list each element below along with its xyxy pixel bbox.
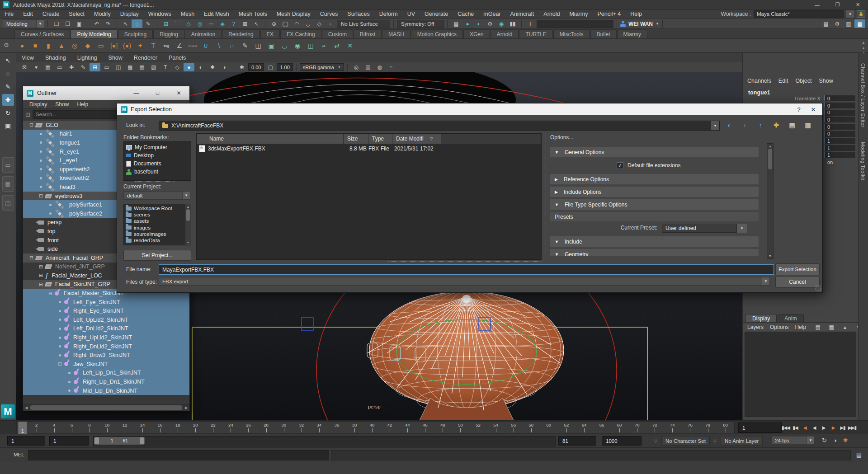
resize-grip[interactable] (815, 285, 821, 291)
field-chart-icon[interactable]: ▦ (137, 63, 147, 71)
file-row[interactable]: 3dsMaxExportFBX.FBX8.8 MBFBX File2021/5/… (197, 144, 541, 153)
maximize-button[interactable]: ❐ (827, 0, 848, 9)
up-one-level-icon[interactable]: ↑ (755, 120, 766, 130)
panel-menu-show[interactable]: Show (108, 55, 123, 61)
xray-joints-icon[interactable]: ◍ (374, 63, 385, 71)
layer-menu-layers[interactable]: Layers (747, 324, 764, 330)
channel-menu-object[interactable]: Object (795, 78, 811, 84)
project-folder-scenes[interactable]: scenes (124, 211, 191, 218)
outliner-row[interactable]: Mid_Lip_Dn_SkinJNT (23, 386, 189, 395)
menu-uv[interactable]: UV (407, 11, 415, 17)
dialog-close-button[interactable]: ✕ (806, 103, 821, 115)
section-reference-options[interactable]: ▶ Reference Options (550, 174, 759, 184)
pause-viewport-icon[interactable]: ▮▮ (507, 19, 518, 28)
cancel-button[interactable]: Cancel (775, 276, 820, 288)
outliner-row[interactable]: Right_DnLid2_SkinJNT (23, 342, 189, 351)
menu-edit-mesh[interactable]: Edit Mesh (204, 11, 229, 17)
shelf-tab-rigging[interactable]: Rigging (153, 29, 184, 38)
dialog-titlebar[interactable]: M Export Selection ? ✕ (117, 103, 822, 115)
polygon-sphere-icon[interactable]: ● (16, 40, 28, 52)
menu-mgear[interactable]: mGear (483, 11, 500, 17)
outliner-row[interactable]: Left_Eye_SkinJNT (23, 298, 189, 307)
film-gate-icon[interactable]: ▭ (101, 63, 112, 71)
type-tool-icon[interactable]: T (147, 40, 159, 52)
playback-options-icon[interactable]: ◑ (833, 437, 837, 444)
menu-modify[interactable]: Modify (94, 11, 111, 17)
measure-tool-icon[interactable]: ∠ (174, 40, 185, 52)
workspace-value[interactable]: Maya Classic* (754, 10, 844, 18)
menu-display[interactable]: Display (120, 11, 139, 17)
menu-select[interactable]: Select (69, 11, 85, 17)
sculpt-tool-icon[interactable]: ✦ (134, 40, 146, 52)
closed-curve-icon[interactable]: ◡ (302, 19, 313, 28)
isolate-select-icon[interactable]: ◎ (351, 63, 362, 71)
quad-draw-icon[interactable]: ▣ (265, 40, 277, 52)
polygon-plane-icon[interactable]: ▭ (95, 40, 107, 52)
polygon-torus-icon[interactable]: ◎ (69, 40, 80, 52)
menu-mesh-display[interactable]: Mesh Display (277, 11, 311, 17)
dialog-help-button[interactable]: ? (792, 103, 806, 115)
boolean-intersection-icon[interactable]: ∩ (226, 40, 238, 52)
current-preset-value[interactable]: User defined (662, 224, 737, 233)
shaded-icon[interactable]: ● (184, 63, 194, 71)
outliner-close-button[interactable]: ✕ (168, 86, 189, 100)
snap-to-grid-icon[interactable]: ⊞ (160, 19, 171, 28)
anim-layer-field[interactable]: No Anim Layer (721, 436, 763, 446)
menu-mesh[interactable]: Mesh (181, 11, 195, 17)
file-name-input[interactable]: MayaExportFBX.FBX (159, 264, 774, 275)
collapse-icon[interactable]: ⊟ (38, 282, 44, 287)
snap-to-view-plane-icon[interactable]: ▭ (206, 19, 217, 28)
redo-icon[interactable]: ↷ (103, 19, 113, 28)
image-plane-icon[interactable]: ▭ (54, 63, 65, 71)
outliner-row[interactable]: Right_Eye_SkinJNT (23, 306, 189, 315)
detail-view-icon[interactable]: ▥ (802, 120, 814, 130)
section-general-options[interactable]: ▼ General Options (550, 147, 759, 157)
collapse-icon[interactable]: ⊟ (47, 291, 53, 296)
construction-history-icon[interactable]: ◯ (280, 19, 291, 28)
lock-selection-icon[interactable]: ⊠ (240, 19, 250, 28)
outliner-menu-help[interactable]: Help (77, 101, 88, 108)
range-slider-track[interactable]: 1 81 (93, 436, 556, 446)
outliner-row[interactable]: ⊟Jaw_SkinJNT (23, 360, 189, 369)
bookmark-desktop[interactable]: Desktop (124, 151, 191, 160)
multi-cut-icon[interactable]: ◫ (252, 40, 264, 52)
range-slider-bar[interactable]: 1 81 (94, 437, 145, 445)
menu-miarmy[interactable]: Miarmy (569, 11, 588, 17)
play-forwards-button[interactable]: ▶ (819, 422, 828, 433)
ipr-render-icon[interactable]: ◐ (473, 19, 484, 28)
curve-warp-icon[interactable]: ≈ (318, 40, 330, 52)
shelf-tab-sculpting[interactable]: Sculpting (118, 29, 153, 38)
channel-menu-channels[interactable]: Channels (747, 78, 771, 84)
shelf-tab-mash[interactable]: MASH (382, 29, 410, 38)
playback-start-field[interactable]: 1 (49, 436, 89, 446)
panel-menu-shading[interactable]: Shading (45, 55, 66, 61)
shelf-tab-fx[interactable]: FX (260, 29, 280, 38)
collapse-icon[interactable]: ⊟ (38, 193, 44, 199)
fps-dropdown[interactable]: 24 fps ▼ (771, 436, 815, 445)
camera-lock-icon[interactable]: ⊠ (19, 63, 30, 71)
scrollbar-thumb[interactable] (768, 149, 772, 169)
wireframe-icon[interactable]: ◇ (172, 63, 183, 71)
menu-pencil-4[interactable]: Pencil+ 4 (597, 11, 621, 17)
step-forward-frame-button[interactable]: ▶▮ (838, 422, 847, 433)
channel-menu-edit[interactable]: Edit (778, 78, 788, 84)
step-forward-key-button[interactable]: ▶ (829, 422, 838, 433)
outliner-menu-show[interactable]: Show (55, 101, 69, 108)
lights-icon[interactable]: ✱ (207, 63, 218, 71)
preset-dropdown-icon[interactable]: ▼ (737, 224, 747, 233)
project-folder-renderdata[interactable]: renderData (124, 237, 191, 244)
shelf-tab-poly-modeling[interactable]: Poly Modeling (71, 29, 117, 38)
shelf-tab-animation[interactable]: Animation (185, 29, 222, 38)
channel-value-field[interactable]: on (824, 160, 855, 165)
hypershade-icon[interactable]: ◉ (496, 19, 507, 28)
script-editor-icon[interactable]: ▤ (856, 451, 862, 458)
shadows-icon[interactable]: ◑ (219, 63, 230, 71)
single-pane-layout-icon[interactable]: ▭ (2, 157, 14, 173)
panel-menu-view[interactable]: View (22, 55, 34, 61)
create-new-folder-icon[interactable]: ✚ (770, 120, 782, 130)
options-scrollbar[interactable]: ▲ ▼ (767, 143, 774, 259)
menu-cache[interactable]: Cache (458, 11, 474, 17)
outliner-toggle-icon[interactable]: ▤ (821, 19, 831, 28)
select-tool-icon[interactable]: ↖ (2, 55, 14, 66)
render-settings-icon[interactable]: ⚙ (485, 19, 495, 28)
